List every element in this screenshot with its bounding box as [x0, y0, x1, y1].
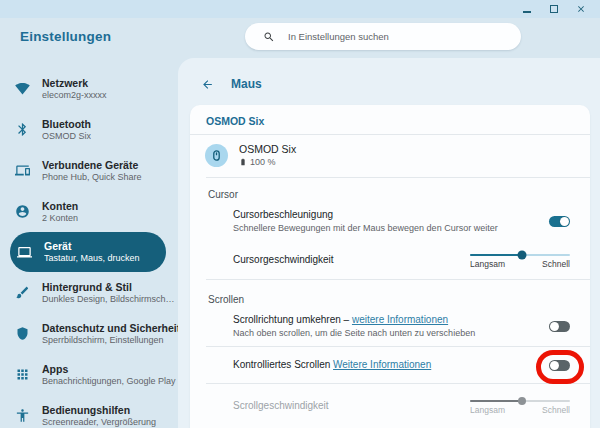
sidebar-item-sublabel: elecom2g-xxxxx [42, 90, 107, 101]
apps-grid-icon [15, 367, 30, 382]
section-page-title: Maus [231, 77, 262, 91]
window-titlebar [0, 0, 600, 18]
wifi-icon [15, 81, 30, 96]
controlled-scrolling-toggle[interactable] [549, 360, 570, 371]
settings-window: Einstellungen Netzwerkelecom2g-xxxxx Blu… [0, 0, 600, 428]
sidebar-item-hintergrund-stil[interactable]: Hintergrund & StilDunkles Design, Bildsc… [0, 272, 178, 313]
sidebar-item-sublabel: Screenreader, Vergrößerung [42, 417, 156, 428]
controlled-scrolling-row: Kontrolliertes Scrollen Weitere Informat… [190, 347, 590, 383]
cursor-acceleration-subtitle: Schnellere Bewegungen mit der Maus beweg… [233, 223, 498, 234]
scroll-reverse-row: Scrollrichtung umkehren – weitere Inform… [190, 307, 590, 346]
sidebar-item-sublabel: Tastatur, Maus, drucken [44, 253, 140, 264]
search-input[interactable] [288, 31, 488, 42]
laptop-icon [17, 245, 32, 260]
minimize-icon[interactable] [521, 4, 532, 15]
slider-knob [518, 397, 526, 405]
slider-max-label: Schnell [542, 405, 570, 415]
slider-knob[interactable] [518, 251, 527, 260]
scroll-speed-row: Scrollgeschwindigkeit Langsam Schnell [190, 384, 590, 422]
sidebar-item-bluetooth[interactable]: BluetoothOSMOD Six [0, 109, 178, 150]
controlled-scrolling-link[interactable]: Weitere Informationen [333, 359, 431, 370]
scroll-section-label: Scrollen [190, 280, 590, 307]
sidebar-item-sublabel: Sperrbildschirm, Einstellungen [42, 335, 178, 346]
sidebar-item-bedienungshilfen[interactable]: BedienungshilfenScreenreader, Vergrößeru… [0, 395, 178, 428]
sidebar-item-label: Bluetooth [42, 118, 91, 131]
sidebar-item-sublabel: Dunkles Design, Bildschirmscho... [42, 294, 178, 305]
sidebar-item-label: Apps [42, 363, 176, 376]
scroll-reverse-title: Scrollrichtung umkehren – [233, 314, 352, 325]
scroll-speed-slider: Langsam Schnell [470, 396, 570, 415]
sidebar-item-datenschutz[interactable]: Datenschutz und SicherheitSperrbildschir… [0, 313, 178, 354]
account-icon [15, 204, 30, 219]
cursor-section-label: Cursor [190, 178, 590, 202]
brush-icon [15, 285, 30, 300]
devices-icon [15, 163, 30, 178]
device-row[interactable]: OSMOD Six 100 % [190, 135, 590, 177]
mouse-device-icon [205, 144, 228, 167]
sidebar-item-label: Konten [42, 200, 78, 213]
sidebar-item-sublabel: OSMOD Six [42, 131, 91, 142]
shield-icon [15, 326, 30, 341]
sidebar-item-label: Netzwerk [42, 77, 107, 90]
slider-min-label: Langsam [470, 405, 505, 415]
sidebar-item-sublabel: Benachrichtigungen, Google Play [42, 376, 176, 387]
cursor-acceleration-title: Cursorbeschleunigung [233, 209, 498, 221]
device-section-title: OSMOD Six [190, 105, 590, 134]
slider-min-label: Langsam [470, 259, 505, 269]
device-name: OSMOD Six [239, 143, 296, 156]
battery-level: 100 % [250, 156, 276, 168]
page-title: Einstellungen [20, 29, 111, 44]
settings-card: OSMOD Six OSMOD Six 100 % Cursor [190, 105, 590, 428]
cursor-speed-slider[interactable]: Langsam Schnell [470, 250, 570, 269]
sidebar-item-label: Verbundene Geräte [42, 159, 142, 172]
close-icon[interactable] [575, 4, 586, 15]
cursor-speed-row: Cursorgeschwindigkeit Langsam Schnell [190, 241, 590, 279]
cursor-acceleration-toggle[interactable] [549, 216, 570, 227]
sidebar-item-sublabel: Phone Hub, Quick Share [42, 172, 142, 183]
sidebar-item-netzwerk[interactable]: Netzwerkelecom2g-xxxxx [0, 68, 178, 109]
accessibility-icon [15, 408, 30, 423]
search-bar[interactable] [245, 23, 521, 50]
sidebar-item-verbundene-geraete[interactable]: Verbundene GerätePhone Hub, Quick Share [0, 150, 178, 191]
sidebar-nav: Netzwerkelecom2g-xxxxx BluetoothOSMOD Si… [0, 68, 178, 428]
cursor-speed-label: Cursorgeschwindigkeit [233, 254, 334, 266]
sidebar-item-sublabel: 2 Konten [42, 213, 78, 224]
scroll-reverse-link[interactable]: weitere Informationen [352, 314, 448, 325]
sidebar-item-label: Gerät [44, 240, 140, 253]
scroll-speed-label: Scrollgeschwindigkeit [233, 400, 329, 412]
sidebar-item-konten[interactable]: Konten2 Konten [0, 191, 178, 232]
bluetooth-icon [15, 122, 30, 137]
battery-icon [239, 158, 247, 166]
maximize-icon[interactable] [548, 4, 559, 15]
sidebar-item-label: Datenschutz und Sicherheit [42, 322, 178, 335]
sidebar-item-label: Bedienungshilfen [42, 404, 156, 417]
cursor-acceleration-row: Cursorbeschleunigung Schnellere Bewegung… [190, 202, 590, 241]
slider-max-label: Schnell [542, 259, 570, 269]
sidebar-item-geraet[interactable]: GerätTastatur, Maus, drucken [10, 232, 166, 272]
main-panel: Maus OSMOD Six OSMOD Six 100 % Cursor [178, 58, 600, 428]
scroll-reverse-subtitle: Nach oben scrollen, um die Seite nach un… [233, 328, 475, 339]
sidebar-item-label: Hintergrund & Stil [42, 281, 178, 294]
sidebar-item-apps[interactable]: AppsBenachrichtigungen, Google Play [0, 354, 178, 395]
back-arrow-icon[interactable] [201, 78, 214, 91]
controlled-scrolling-title: Kontrolliertes Scrollen [233, 359, 333, 370]
search-icon [263, 31, 275, 43]
scroll-reverse-toggle[interactable] [549, 321, 570, 332]
